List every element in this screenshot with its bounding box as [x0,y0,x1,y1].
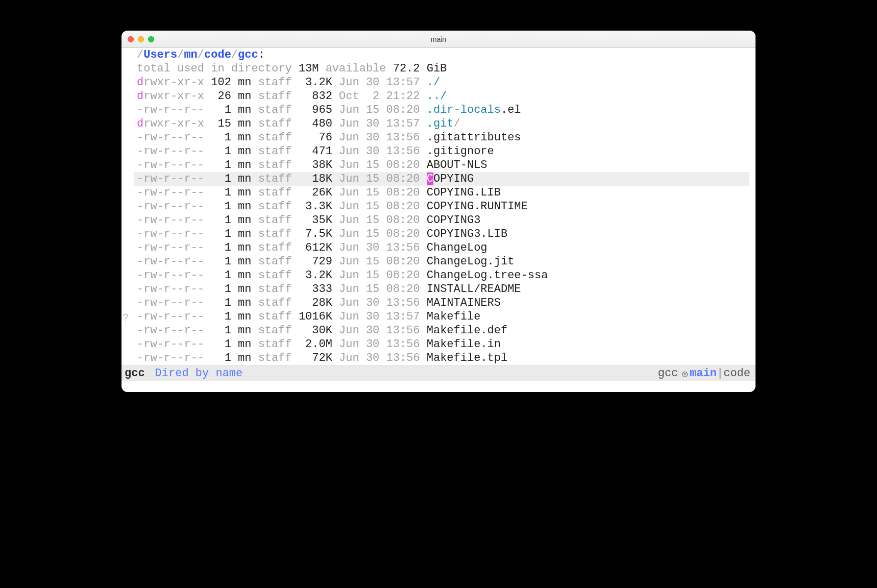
dired-entry[interactable]: -rw-r--r-- 1 mn staff 26K Jun 15 08:20 C… [134,186,756,200]
close-icon[interactable] [128,36,134,42]
minibuffer[interactable] [121,381,756,392]
dired-listing[interactable]: /Users/mn/code/gcc:total used in directo… [134,48,756,365]
dired-entry[interactable]: -rw-r--r-- 1 mn staff 38K Jun 15 08:20 A… [134,158,756,172]
dired-entry[interactable]: -rw-r--r-- 1 mn staff 3.2K Jun 15 08:20 … [134,268,756,282]
dired-entry[interactable]: -rw-r--r-- 1 mn staff 76 Jun 30 13:56 .g… [134,131,756,144]
dired-entry[interactable]: -rw-r--r-- 1 mn staff 35K Jun 15 08:20 C… [134,213,756,227]
dired-filename[interactable]: .gitignore [427,145,494,158]
dired-filename[interactable]: ChangeLog [427,241,488,254]
dired-entry[interactable]: -rw-r--r-- 1 mn staff 72K Jun 30 13:56 M… [134,351,756,365]
dired-filename[interactable]: Makefile [427,310,481,323]
modeline-project[interactable]: gcc [658,367,678,380]
dired-filename[interactable]: ChangeLog.tree-ssa [427,269,548,282]
window-title: main [431,35,446,43]
dired-entry[interactable]: -rw-r--r-- 1 mn staff 7.5K Jun 15 08:20 … [134,227,756,241]
path-segment[interactable]: mn [184,48,197,61]
dired-filename[interactable]: COPYING.LIB [427,186,501,199]
minimize-icon[interactable] [138,36,144,42]
dired-entry[interactable]: -rw-r--r-- 1 mn staff 471 Jun 30 13:56 .… [134,144,756,158]
dired-entry[interactable]: -rw-r--r-- 1 mn staff 28K Jun 30 13:56 M… [134,296,756,310]
dired-entry[interactable]: -rw-r--r-- 1 mn staff 965 Jun 15 08:20 .… [134,103,756,117]
modeline-trail: code [723,367,750,380]
dired-filename[interactable]: .dir-locals.el [427,104,521,116]
dired-entry[interactable]: -rw-r--r-- 1 mn staff 1.1K Jun 15 08:20 … [134,365,756,365]
dired-filename[interactable]: ../ [427,90,447,103]
modeline-mode[interactable]: Dired by name [155,367,243,380]
editor-window: main ? /Users/mn/code/gcc:total used in … [121,31,756,392]
gutter-question-icon: ? [123,311,129,325]
dired-entry[interactable]: -rw-r--r-- 1 mn staff 18K Jun 15 08:20 C… [134,172,749,186]
modeline-branch[interactable]: main [690,367,717,380]
dired-entry[interactable]: -rw-r--r-- 1 mn staff 30K Jun 30 13:56 M… [134,324,756,337]
dired-filename[interactable]: Makefile.in [427,338,501,351]
dired-filename[interactable]: COPYING.RUNTIME [427,200,528,213]
modeline-buffer-name[interactable]: gcc [125,367,145,380]
titlebar[interactable]: main [121,31,756,48]
dired-filename[interactable]: MAINTAINERS [427,297,501,309]
dired-summary: total used in directory 13M available 72… [134,62,756,76]
dired-filename[interactable]: COPYING3 [427,214,481,227]
path-segment[interactable]: gcc [238,48,258,61]
zoom-icon[interactable] [148,36,154,42]
modeline-sep: | [717,367,723,380]
dired-filename[interactable]: Makefile.def [427,324,507,337]
dired-entry[interactable]: -rw-r--r-- 1 mn staff 333 Jun 15 08:20 I… [134,282,756,296]
dired-filename[interactable]: .git/ [427,117,460,130]
dired-entry[interactable]: -rw-r--r-- 1 mn staff 729 Jun 15 08:20 C… [134,255,756,268]
modeline[interactable]: gcc Dired by name gcc ◎ main | code [121,365,756,381]
dired-filename[interactable]: Makefile.tpl [427,352,507,364]
dired-filename[interactable]: COPYING3.LIB [427,228,507,240]
dired-filename[interactable]: ABOUT-NLS [427,159,488,172]
dired-filename[interactable]: ./ [427,76,440,89]
dired-buffer[interactable]: ? /Users/mn/code/gcc:total used in direc… [121,48,756,365]
dired-entry[interactable]: -rw-r--r-- 1 mn staff 3.3K Jun 15 08:20 … [134,200,756,213]
dired-entry[interactable]: drwxr-xr-x 26 mn staff 832 Oct 2 21:22 .… [134,89,756,103]
gutter: ? [121,48,132,365]
dired-entry[interactable]: drwxr-xr-x 15 mn staff 480 Jun 30 13:57 … [134,117,756,131]
dired-entry[interactable]: drwxr-xr-x 102 mn staff 3.2K Jun 30 13:5… [134,76,756,89]
dired-path[interactable]: /Users/mn/code/gcc: [134,48,756,62]
dired-entry[interactable]: -rw-r--r-- 1 mn staff 612K Jun 30 13:56 … [134,241,756,255]
dired-filename[interactable]: INSTALL/README [427,283,521,296]
vcs-branch-icon: ◎ [682,368,688,379]
path-segment[interactable]: Users [143,48,177,61]
window-controls [128,36,154,42]
dired-entry[interactable]: -rw-r--r-- 1 mn staff 1016K Jun 30 13:57… [134,310,756,324]
dired-filename[interactable]: COPYING [427,173,474,185]
dired-filename[interactable]: .gitattributes [427,131,521,144]
dired-entry[interactable]: -rw-r--r-- 1 mn staff 2.0M Jun 30 13:56 … [134,337,756,351]
dired-filename[interactable]: ChangeLog.jit [427,255,515,268]
path-segment[interactable]: code [204,48,231,61]
text-cursor: C [427,173,433,185]
